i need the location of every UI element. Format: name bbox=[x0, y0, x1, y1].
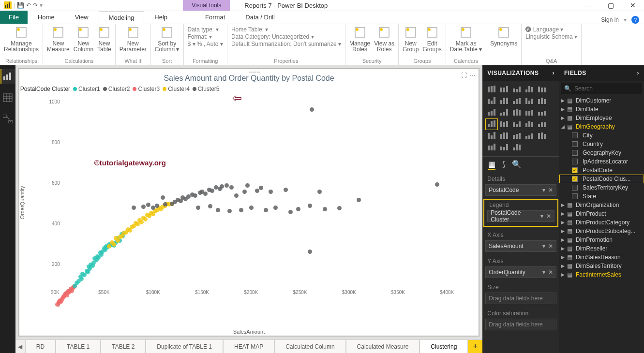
menu-tab-view[interactable]: View bbox=[65, 11, 99, 24]
data-point[interactable] bbox=[229, 185, 234, 190]
xaxis-field-well[interactable]: SalesAmount▾✕ bbox=[485, 240, 556, 252]
analytics-tab-icon[interactable]: 🔍 bbox=[512, 160, 522, 170]
ribbon-button[interactable]: New Table bbox=[97, 26, 111, 52]
viz-type-icon[interactable] bbox=[498, 119, 510, 130]
data-point[interactable] bbox=[79, 277, 84, 281]
data-point[interactable] bbox=[317, 190, 322, 194]
menu-tab-help[interactable]: Help bbox=[144, 11, 178, 24]
viz-type-icon[interactable] bbox=[498, 84, 510, 95]
viz-type-icon[interactable] bbox=[536, 96, 548, 106]
viz-type-icon[interactable] bbox=[486, 84, 497, 95]
table-row[interactable]: ▶▦DimSalesTerritory bbox=[559, 262, 644, 270]
data-point[interactable] bbox=[296, 207, 300, 211]
field-row[interactable]: GeographyKey bbox=[559, 148, 644, 157]
viz-type-icon[interactable] bbox=[536, 119, 548, 130]
minimize-button[interactable]: — bbox=[577, 0, 599, 11]
page-tab[interactable]: Calculated Column bbox=[274, 340, 345, 353]
data-point[interactable] bbox=[435, 182, 439, 187]
expand-icon[interactable]: ▶ bbox=[561, 255, 565, 260]
viz-type-icon[interactable] bbox=[511, 142, 523, 153]
expand-icon[interactable]: ▶ bbox=[561, 98, 565, 103]
scatter-visual[interactable]: ═══ ⛶ ⋯ Sales Amount and Order Quantity … bbox=[18, 68, 480, 337]
legend-item[interactable]: Cluster5 bbox=[193, 86, 220, 92]
format-tab-icon[interactable]: ⟆ bbox=[502, 160, 505, 170]
page-tab[interactable]: TABLE 2 bbox=[101, 340, 146, 353]
table-row[interactable]: ▶▦DimProduct bbox=[559, 209, 644, 218]
yaxis-field-well[interactable]: OrderQuantity▾✕ bbox=[485, 266, 556, 278]
data-point[interactable] bbox=[107, 244, 111, 249]
field-checkbox[interactable] bbox=[572, 159, 578, 164]
expand-icon[interactable]: ▶ bbox=[561, 264, 565, 268]
data-point[interactable] bbox=[239, 208, 243, 212]
viz-type-icon[interactable] bbox=[536, 107, 548, 118]
collapse-chevron-icon[interactable]: › bbox=[637, 70, 639, 76]
data-point[interactable] bbox=[143, 217, 148, 221]
signin-dropdown-icon[interactable]: ▾ bbox=[624, 16, 627, 23]
ribbon-option[interactable]: $ ▾ % , Auto ▾ bbox=[188, 41, 223, 47]
ribbon-button[interactable]: View as Roles bbox=[374, 26, 394, 52]
data-point[interactable] bbox=[132, 206, 136, 210]
viz-type-icon[interactable] bbox=[486, 131, 497, 141]
field-checkbox[interactable]: ✓ bbox=[572, 167, 578, 173]
expand-icon[interactable]: ▶ bbox=[561, 237, 565, 242]
expand-icon[interactable]: ▶ bbox=[561, 229, 565, 234]
data-point[interactable] bbox=[146, 203, 150, 207]
field-checkbox[interactable] bbox=[572, 141, 578, 147]
expand-icon[interactable]: ▶ bbox=[561, 220, 565, 225]
data-point[interactable] bbox=[264, 208, 268, 212]
fields-header[interactable]: FIELDS › bbox=[559, 65, 644, 81]
fields-search-input[interactable] bbox=[574, 85, 644, 92]
expand-icon[interactable]: ▶ bbox=[561, 107, 565, 112]
viz-type-icon[interactable] bbox=[498, 142, 510, 153]
data-point[interactable] bbox=[203, 191, 208, 196]
ribbon-option[interactable]: Format: ▾ bbox=[188, 33, 223, 40]
field-dropdown-icon[interactable]: ▾ bbox=[542, 269, 545, 276]
remove-field-icon[interactable]: ✕ bbox=[548, 187, 553, 193]
viz-type-icon[interactable] bbox=[498, 131, 510, 141]
report-view-button[interactable] bbox=[0, 69, 15, 84]
ribbon-option[interactable]: Data type: ▾ bbox=[188, 26, 223, 33]
legend-item[interactable]: Cluster4 bbox=[163, 86, 190, 92]
data-point[interactable] bbox=[234, 193, 239, 198]
table-row[interactable]: ▶▦DimPromotion bbox=[559, 235, 644, 244]
viz-type-icon[interactable] bbox=[524, 131, 535, 141]
field-row[interactable]: ✓PostalCode bbox=[559, 166, 644, 175]
page-tab[interactable]: Clustering bbox=[419, 340, 468, 353]
data-point[interactable] bbox=[288, 210, 293, 214]
page-tab[interactable]: RD bbox=[25, 340, 56, 353]
table-row[interactable]: ▶▦FactInternetSales bbox=[559, 270, 644, 279]
field-row[interactable]: ✓PostalCode Clus... bbox=[559, 175, 644, 183]
save-icon[interactable]: 💾 bbox=[17, 2, 24, 9]
field-dropdown-icon[interactable]: ▾ bbox=[542, 187, 545, 193]
ribbon-button[interactable]: New Parameter bbox=[120, 26, 147, 52]
viz-type-icon[interactable] bbox=[498, 96, 510, 106]
field-dropdown-icon[interactable]: ▾ bbox=[540, 213, 543, 220]
field-checkbox[interactable] bbox=[572, 193, 578, 199]
add-page-button[interactable]: + bbox=[468, 340, 482, 353]
viz-type-icon[interactable] bbox=[524, 84, 535, 95]
expand-icon[interactable]: ▶ bbox=[561, 203, 565, 207]
context-tab[interactable]: Data / Drill bbox=[235, 11, 285, 24]
qa-drop[interactable]: ▾ bbox=[40, 2, 43, 9]
viz-type-icon[interactable] bbox=[486, 107, 497, 118]
data-point[interactable] bbox=[249, 206, 254, 210]
ribbon-button[interactable]: New Group bbox=[403, 26, 419, 52]
table-row[interactable]: ▶▦DimEmployee bbox=[559, 114, 644, 122]
more-options-icon[interactable]: ⋯ bbox=[470, 72, 476, 79]
ribbon-option[interactable]: Default Summarization: Don't summarize ▾ bbox=[231, 41, 341, 47]
field-row[interactable]: SalesTerritoryKey bbox=[559, 183, 644, 192]
data-point[interactable] bbox=[220, 184, 224, 189]
data-point[interactable] bbox=[139, 220, 144, 224]
table-row[interactable]: ▶▦DimCustomer bbox=[559, 96, 644, 105]
ribbon-button[interactable]: Sort by Column ▾ bbox=[155, 26, 180, 52]
viz-type-icon[interactable] bbox=[486, 119, 497, 130]
data-point[interactable] bbox=[242, 190, 247, 194]
table-row[interactable]: ▶▦DimDate bbox=[559, 105, 644, 114]
data-point[interactable] bbox=[308, 204, 312, 208]
data-point[interactable] bbox=[357, 198, 361, 202]
viz-type-icon[interactable] bbox=[511, 96, 523, 106]
fields-tab-icon[interactable]: ▦ bbox=[488, 160, 495, 170]
page-tab[interactable]: HEAT MAP bbox=[223, 340, 274, 353]
table-row[interactable]: ▶▦DimSalesReason bbox=[559, 253, 644, 262]
signin-link[interactable]: Sign in bbox=[601, 16, 619, 23]
